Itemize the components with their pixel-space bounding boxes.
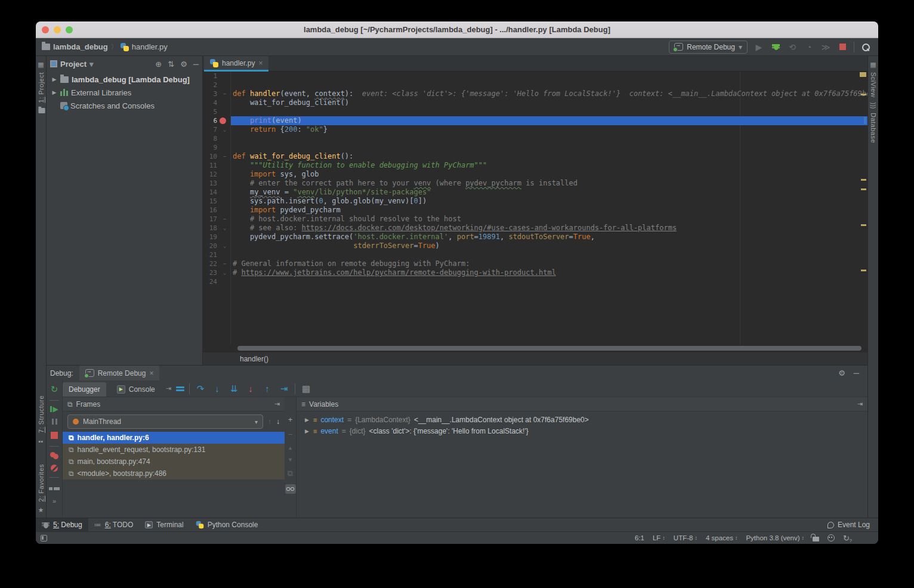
more-icon[interactable]: »: [53, 497, 56, 505]
tab-handler-py[interactable]: handler.py ×: [204, 56, 268, 72]
stop-button[interactable]: [837, 42, 848, 52]
debug-settings-button[interactable]: ⚙: [838, 369, 845, 377]
step-into-icon[interactable]: ↓: [211, 383, 223, 394]
fold-marker-icon[interactable]: −: [223, 259, 226, 268]
tool-button-debug[interactable]: 5: Debug: [36, 518, 88, 531]
stripe-mark[interactable]: [861, 94, 866, 95]
collapse-all-button[interactable]: ⇅: [168, 60, 174, 69]
run-targets-button[interactable]: ≫: [820, 42, 831, 52]
run-to-cursor-icon[interactable]: ⇥: [278, 383, 290, 394]
line-number[interactable]: 16: [203, 206, 217, 215]
debug-button[interactable]: [770, 42, 781, 52]
step-into-my-code-icon[interactable]: ↓: [245, 383, 257, 394]
tool-button-favorites[interactable]: 2: Favorites: [38, 464, 45, 502]
line-number[interactable]: 19: [203, 233, 217, 242]
code-line[interactable]: 5: [203, 107, 867, 116]
fold-marker-icon[interactable]: ⌄: [223, 242, 226, 250]
code-line[interactable]: 23⌄# https://www.jetbrains.com/help/pych…: [203, 268, 867, 277]
breadcrumb-function[interactable]: handler(): [240, 355, 268, 363]
fold-marker-icon[interactable]: −: [223, 152, 226, 161]
expand-arrow-icon[interactable]: ▶: [305, 417, 310, 423]
interpreter-selector[interactable]: Python 3.8 (venv)↕: [746, 534, 804, 541]
stack-frame[interactable]: ⧉main, bootstrap.py:474: [63, 456, 285, 468]
code-line[interactable]: 19 pydevd_pycharm.settrace('host.docker.…: [203, 233, 867, 242]
project-settings-button[interactable]: ⚙: [180, 60, 187, 69]
code-line[interactable]: 18⌄ # see also: https://docs.docker.com/…: [203, 224, 867, 233]
minimize-window-button[interactable]: [54, 26, 61, 33]
force-step-into-icon[interactable]: ⇊: [228, 383, 240, 394]
line-number[interactable]: 6: [203, 116, 217, 125]
line-number[interactable]: 8: [203, 134, 217, 143]
tree-arrow-icon[interactable]: ▶: [51, 76, 57, 82]
event-log-button[interactable]: Event Log: [827, 521, 878, 529]
line-number[interactable]: 1: [203, 72, 217, 81]
line-number[interactable]: 11: [203, 161, 217, 170]
stripe-mark[interactable]: [861, 179, 866, 181]
line-number[interactable]: 22: [203, 259, 217, 268]
stack-frame[interactable]: ⧉handle_event_request, bootstrap.py:131: [63, 444, 285, 456]
code-line[interactable]: 20⌄ stderrToServer=True): [203, 242, 867, 250]
tree-arrow-icon[interactable]: ▶: [51, 89, 57, 95]
restore-layout-button[interactable]: [48, 483, 60, 492]
stripe-mark[interactable]: [864, 117, 866, 124]
code-line[interactable]: 3−def handler(event, context): event: <c…: [203, 89, 867, 98]
fold-marker-icon[interactable]: ⌄: [223, 125, 226, 134]
line-separator-selector[interactable]: LF↕: [653, 534, 665, 541]
close-tab-icon[interactable]: ×: [258, 59, 263, 67]
breadcrumb-project[interactable]: lambda_debug: [53, 42, 108, 51]
code-line[interactable]: 11 """Utility function to enable debuggi…: [203, 161, 867, 170]
breakpoint-icon[interactable]: [220, 117, 226, 124]
line-number[interactable]: 15: [203, 197, 217, 206]
code-line[interactable]: 8: [203, 134, 867, 143]
scrollbar-thumb[interactable]: [237, 346, 861, 351]
code-editor[interactable]: 123−def handler(event, context): event: …: [203, 72, 867, 345]
line-number[interactable]: 24: [203, 277, 217, 286]
code-line[interactable]: 12 import sys, glob: [203, 170, 867, 179]
variable-row[interactable]: ▶≡event = {dict} <class 'dict'>: {'messa…: [297, 425, 867, 437]
tool-button-project[interactable]: 1: Project: [38, 72, 45, 103]
debug-session-tab[interactable]: Remote Debug ×: [79, 366, 160, 380]
pause-button[interactable]: [51, 417, 58, 426]
variable-row[interactable]: ▶≡context = {LambdaContext} <__main__.La…: [297, 414, 867, 425]
line-number[interactable]: 5: [203, 107, 217, 116]
run-configuration-selector[interactable]: Remote Debug ▾: [669, 41, 748, 54]
tool-button-database[interactable]: Database: [870, 113, 877, 143]
code-line[interactable]: 14 my_venv = "venv/lib/python*/site-pack…: [203, 188, 867, 197]
hide-debug-button[interactable]: ─: [854, 369, 859, 377]
tree-item[interactable]: ▶lambda_debug [Lambda Debug]: [47, 73, 202, 86]
run-with-coverage-button[interactable]: ⟲: [787, 42, 798, 52]
step-over-icon[interactable]: ↷: [194, 383, 206, 394]
hide-panel-button[interactable]: ─: [193, 60, 199, 69]
line-number[interactable]: 20: [203, 242, 217, 250]
line-number[interactable]: 18: [203, 224, 217, 233]
duplicate-watch-button[interactable]: ⧉: [288, 469, 293, 478]
step-out-icon[interactable]: ↑: [261, 383, 273, 394]
tool-window-switcher-icon[interactable]: [41, 535, 47, 541]
code-line[interactable]: 1: [203, 72, 867, 81]
line-number[interactable]: 12: [203, 170, 217, 179]
line-number[interactable]: 23: [203, 268, 217, 277]
code-line[interactable]: 10−def wait_for_debug_client():: [203, 152, 867, 161]
close-icon[interactable]: ×: [149, 369, 153, 377]
show-execution-point-icon[interactable]: [176, 385, 184, 392]
title-bar[interactable]: lambda_debug [~/PycharmProjects/lambda_d…: [36, 21, 878, 38]
line-number[interactable]: 2: [203, 81, 217, 89]
add-watch-button[interactable]: +: [288, 415, 293, 424]
thread-selector[interactable]: MainThread ▾: [67, 414, 263, 429]
line-number[interactable]: 9: [203, 143, 217, 152]
stripe-mark[interactable]: [861, 188, 866, 190]
code-line[interactable]: 9: [203, 143, 867, 152]
expand-arrow-icon[interactable]: ▶: [305, 428, 310, 434]
line-number[interactable]: 13: [203, 179, 217, 188]
tool-button-python-console[interactable]: Python Console: [190, 518, 264, 531]
code-line[interactable]: 4 wait_for_debug_client(): [203, 98, 867, 107]
tab-debugger[interactable]: Debugger: [63, 382, 106, 397]
hector-inspector-icon[interactable]: [827, 534, 835, 541]
move-watch-up-button[interactable]: ▲: [288, 445, 293, 451]
stripe-mark[interactable]: [861, 224, 866, 226]
next-frame-button[interactable]: ↓: [276, 417, 280, 426]
mute-breakpoints-button[interactable]: [51, 465, 58, 472]
evaluate-expression-icon[interactable]: ▦: [300, 383, 312, 394]
breadcrumb-file[interactable]: handler.py: [132, 42, 168, 51]
indent-selector[interactable]: 4 spaces↕: [706, 534, 738, 541]
